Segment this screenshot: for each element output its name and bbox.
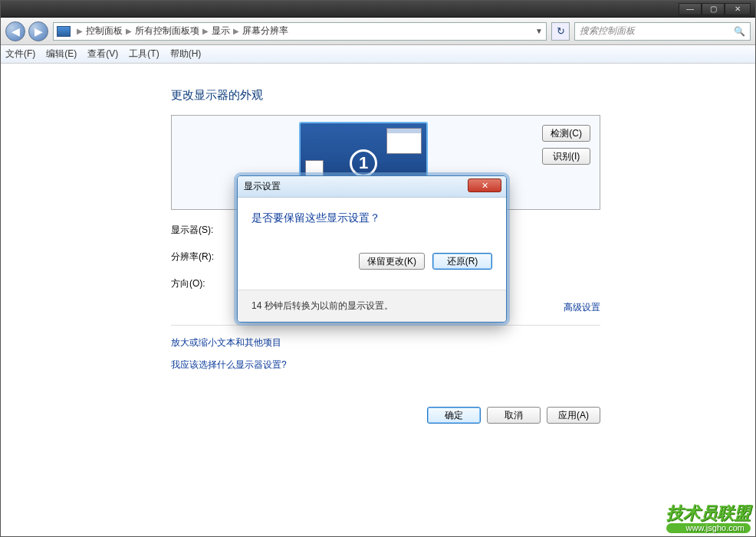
chevron-right-icon: ▶ — [233, 27, 239, 35]
search-icon[interactable]: 🔍 — [734, 26, 745, 37]
window-icon — [386, 128, 422, 154]
menu-view[interactable]: 查看(V) — [87, 47, 118, 61]
divider — [171, 325, 600, 326]
menu-bar: 文件(F) 编辑(E) 查看(V) 工具(T) 帮助(H) — [1, 45, 755, 64]
chevron-right-icon: ▶ — [77, 27, 83, 35]
window-titlebar: — ▢ ✕ — [1, 1, 755, 18]
ok-button[interactable]: 确定 — [427, 407, 481, 424]
dialog-question: 是否要保留这些显示设置？ — [251, 211, 492, 225]
menu-tools[interactable]: 工具(T) — [129, 47, 159, 61]
dialog-titlebar[interactable]: 显示设置 ✕ — [238, 176, 506, 198]
refresh-button[interactable]: ↻ — [551, 22, 570, 41]
menu-file[interactable]: 文件(F) — [5, 47, 35, 61]
page-title: 更改显示器的外观 — [171, 88, 746, 103]
minimize-button[interactable]: — — [679, 3, 702, 15]
dialog-countdown: 14 秒钟后转换为以前的显示设置。 — [238, 290, 506, 322]
breadcrumb-item[interactable]: 控制面板 — [86, 25, 123, 38]
maximize-button[interactable]: ▢ — [702, 3, 725, 15]
advanced-settings-link[interactable]: 高级设置 — [564, 302, 600, 313]
apply-button[interactable]: 应用(A) — [547, 407, 600, 424]
display-label: 显示器(S): — [171, 224, 237, 237]
menu-edit[interactable]: 编辑(E) — [46, 47, 77, 61]
watermark-url: www.jsgho.com — [666, 523, 751, 533]
which-display-link[interactable]: 我应该选择什么显示器设置? — [171, 359, 746, 372]
breadcrumb-item[interactable]: 所有控制面板项 — [135, 25, 199, 38]
display-settings-dialog: 显示设置 ✕ 是否要保留这些显示设置？ 保留更改(K) 还原(R) 14 秒钟后… — [237, 175, 507, 323]
control-panel-icon — [57, 26, 71, 37]
breadcrumb-item[interactable]: 显示 — [212, 25, 230, 38]
breadcrumb-item[interactable]: 屏幕分辨率 — [242, 25, 288, 38]
keep-changes-button[interactable]: 保留更改(K) — [359, 253, 425, 270]
address-bar[interactable]: ▶ 控制面板 ▶ 所有控制面板项 ▶ 显示 ▶ 屏幕分辨率 ▼ — [53, 22, 547, 41]
resolution-label: 分辨率(R): — [171, 250, 237, 264]
revert-button[interactable]: 还原(R) — [432, 253, 492, 270]
cancel-button[interactable]: 取消 — [487, 407, 541, 424]
menu-help[interactable]: 帮助(H) — [170, 47, 202, 61]
orientation-label: 方向(O): — [171, 277, 237, 290]
window-close-button[interactable]: ✕ — [725, 3, 751, 15]
dialog-title: 显示设置 — [244, 180, 281, 193]
forward-button[interactable]: ▶ — [28, 21, 48, 41]
zoom-text-link[interactable]: 放大或缩小文本和其他项目 — [171, 336, 746, 349]
chevron-down-icon[interactable]: ▼ — [535, 27, 543, 35]
identify-button[interactable]: 识别(I) — [542, 148, 590, 165]
monitor-number: 1 — [350, 149, 377, 177]
chevron-right-icon: ▶ — [126, 27, 132, 35]
watermark-text: 技术员联盟 — [666, 503, 751, 522]
search-placeholder: 搜索控制面板 — [580, 25, 635, 38]
search-input[interactable]: 搜索控制面板 🔍 — [574, 22, 751, 41]
chevron-right-icon: ▶ — [202, 27, 209, 35]
dialog-close-button[interactable]: ✕ — [468, 178, 501, 192]
back-button[interactable]: ◀ — [5, 21, 25, 41]
watermark: 技术员联盟 www.jsgho.com — [666, 505, 751, 533]
navigation-bar: ◀ ▶ ▶ 控制面板 ▶ 所有控制面板项 ▶ 显示 ▶ 屏幕分辨率 ▼ ↻ 搜索… — [1, 18, 755, 45]
detect-button[interactable]: 检测(C) — [542, 125, 590, 142]
